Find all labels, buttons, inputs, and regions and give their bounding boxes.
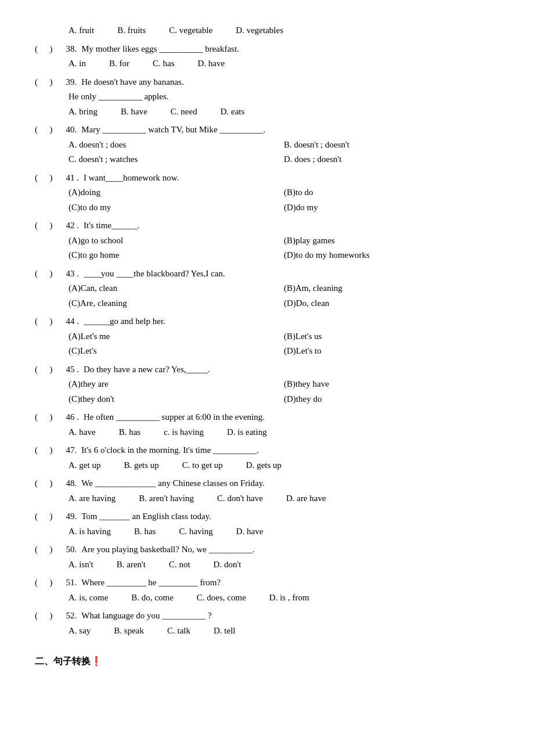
q41-text: I want____homework now. bbox=[84, 171, 499, 186]
q44-opt-a: (A)Let's me bbox=[68, 329, 284, 344]
q47-num: 47. bbox=[66, 443, 77, 458]
q41-paren-open: ( bbox=[35, 171, 45, 186]
q40-paren-open: ( bbox=[35, 123, 45, 138]
q40-opt-d: D. does ; doesn't bbox=[284, 152, 499, 167]
q46-paren-open: ( bbox=[35, 410, 45, 425]
q44-paren-close: ) bbox=[50, 314, 60, 329]
q52-row: ( ) 52. What language do you __________ … bbox=[35, 609, 499, 624]
q50-options: A. isn't B. aren't C. not D. don't bbox=[68, 557, 499, 573]
q43-row: ( ) 43 . ____you ____the blackboard? Yes… bbox=[35, 267, 499, 282]
q49-paren-close: ) bbox=[50, 509, 60, 524]
q40-options: A. doesn't ; does B. doesn't ; doesn't C… bbox=[68, 138, 499, 167]
q43-opt-a: (A)Can, clean bbox=[68, 281, 284, 296]
q39-opt-a: A. bring bbox=[68, 105, 98, 120]
option-a: A. fruit bbox=[68, 23, 94, 38]
q38-text: My mother likes eggs __________ breakfas… bbox=[81, 42, 499, 57]
question-45: ( ) 45 . Do they have a new car? Yes,___… bbox=[35, 362, 499, 407]
q52-opt-b: B. speak bbox=[114, 624, 144, 639]
q47-opt-d: D. gets up bbox=[246, 458, 282, 473]
q49-opt-d: D. have bbox=[236, 524, 264, 539]
q40-num: 40. bbox=[66, 123, 77, 138]
q46-text: He often __________ supper at 6:00 in th… bbox=[84, 410, 499, 425]
q52-opt-d: D. tell bbox=[214, 624, 236, 639]
question-43: ( ) 43 . ____you ____the blackboard? Yes… bbox=[35, 267, 499, 311]
q48-opt-a: A. are having bbox=[68, 491, 116, 506]
q52-space bbox=[45, 609, 50, 624]
q46-row: ( ) 46 . He often __________ supper at 6… bbox=[35, 410, 499, 425]
q42-text: It's time______. bbox=[84, 218, 499, 233]
q43-paren-close: ) bbox=[50, 267, 60, 282]
q40-opt-c: C. doesn't ; watches bbox=[68, 152, 284, 167]
q42-paren-close: ) bbox=[50, 218, 60, 233]
q51-paren-close: ) bbox=[50, 575, 60, 591]
q49-num: 49. bbox=[66, 509, 77, 524]
option-c: C. vegetable bbox=[169, 23, 212, 38]
q49-options: A. is having B. has C. having D. have bbox=[68, 524, 499, 539]
question-40: ( ) 40. Mary __________ watch TV, but Mi… bbox=[35, 123, 499, 167]
q46-opt-c: c. is having bbox=[164, 425, 204, 440]
q46-num: 46 . bbox=[66, 410, 80, 425]
q50-paren-close: ) bbox=[50, 542, 60, 557]
top-options-row: A. fruit B. fruits C. vegetable D. veget… bbox=[68, 23, 499, 38]
q41-opt-a: (A)doing bbox=[68, 185, 284, 200]
q52-opt-c: C. talk bbox=[167, 624, 190, 639]
q40-opt-a: A. doesn't ; does bbox=[68, 138, 284, 153]
section-2-icon: ❗ bbox=[91, 656, 102, 666]
q43-opt-d: (D)Do, clean bbox=[284, 296, 499, 311]
q47-text: It's 6 o'clock in the morning. It's time… bbox=[81, 443, 499, 458]
q47-opt-c: C. to get up bbox=[182, 458, 223, 473]
q44-options: (A)Let's me (B)Let's us (C)Let's (D)Let'… bbox=[68, 329, 499, 359]
q51-opt-b: B. do, come bbox=[131, 591, 174, 606]
q46-opt-d: D. is eating bbox=[227, 425, 267, 440]
q51-paren-open: ( bbox=[35, 575, 45, 591]
q50-num: 50. bbox=[66, 542, 77, 557]
q47-opt-b: B. gets up bbox=[124, 458, 158, 473]
q38-opt-c: C. has bbox=[153, 56, 175, 71]
q43-space bbox=[45, 267, 50, 282]
q44-row: ( ) 44 . ______go and help her. bbox=[35, 314, 499, 329]
question-42: ( ) 42 . It's time______. (A)go to schoo… bbox=[35, 218, 499, 263]
q40-paren-close: ) bbox=[50, 123, 60, 138]
q46-space bbox=[45, 410, 50, 425]
q39-paren-close: ) bbox=[50, 75, 60, 90]
q48-space bbox=[45, 476, 50, 491]
section-2-label: 二、 bbox=[35, 656, 53, 666]
q52-paren-open: ( bbox=[35, 609, 45, 624]
q47-options: A. get up B. gets up C. to get up D. get… bbox=[68, 458, 499, 473]
q38-paren-close: ) bbox=[50, 42, 60, 57]
q49-opt-b: B. has bbox=[134, 524, 156, 539]
section-2-title: 二、句子转换❗ bbox=[35, 656, 499, 668]
q44-space bbox=[45, 314, 50, 329]
q47-paren-open: ( bbox=[35, 443, 45, 458]
q41-space bbox=[45, 171, 50, 186]
q43-text: ____you ____the blackboard? Yes,I can. bbox=[84, 267, 499, 282]
q39-opt-c: C. need bbox=[171, 105, 197, 120]
q42-paren-open: ( bbox=[35, 218, 45, 233]
q48-num: 48. bbox=[66, 476, 77, 491]
q46-options: A. have B. has c. is having D. is eating bbox=[68, 425, 499, 440]
q44-opt-c: (C)Let's bbox=[68, 344, 284, 359]
q38-row: ( ) 38. My mother likes eggs __________ … bbox=[35, 42, 499, 57]
q39-opt-d: D. eats bbox=[221, 105, 245, 120]
q45-opt-b: (B)they have bbox=[284, 377, 499, 392]
q50-opt-d: D. don't bbox=[214, 557, 241, 573]
q47-space bbox=[45, 443, 50, 458]
q51-space bbox=[45, 575, 50, 591]
q43-opt-c: (C)Are, cleaning bbox=[68, 296, 284, 311]
q40-text: Mary __________ watch TV, but Mike _____… bbox=[81, 123, 499, 138]
q38-paren-open: ( bbox=[35, 42, 45, 57]
q51-options: A. is, come B. do, come C. does, come D.… bbox=[68, 591, 499, 606]
q39-options: A. bring B. have C. need D. eats bbox=[68, 105, 499, 120]
q45-opt-c: (C)they don't bbox=[68, 392, 284, 407]
q48-paren-close: ) bbox=[50, 476, 60, 491]
q46-opt-b: B. has bbox=[119, 425, 141, 440]
q48-row: ( ) 48. We ______________ any Chinese cl… bbox=[35, 476, 499, 491]
q39-num: 39. bbox=[66, 75, 77, 90]
q44-num: 44 . bbox=[66, 314, 80, 329]
q41-row: ( ) 41 . I want____homework now. bbox=[35, 171, 499, 186]
q48-opt-c: C. don't have bbox=[217, 491, 263, 506]
q52-opt-a: A. say bbox=[68, 624, 91, 639]
q50-paren-open: ( bbox=[35, 542, 45, 557]
question-39: ( ) 39. He doesn't have any bananas. He … bbox=[35, 75, 499, 120]
q38-options: A. in B. for C. has D. have bbox=[68, 56, 499, 71]
